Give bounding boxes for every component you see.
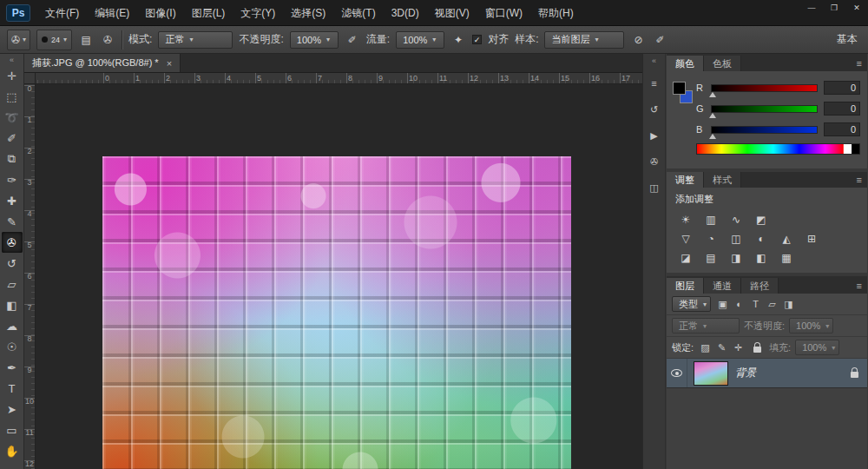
adjustment-invert[interactable]: ◪ [675,250,696,266]
layer-thumbnail[interactable] [694,361,728,386]
adjustment-brightness-contrast[interactable]: ☀ [675,212,696,228]
tool-crop[interactable]: ⧉ [2,149,23,169]
menu-item[interactable]: 编辑(E) [87,0,137,26]
layer-filter-filter-type[interactable]: T [748,297,763,311]
document-tab[interactable]: 捕获.JPG @ 100%(RGB/8#) * × [24,54,181,72]
tool-path-selection[interactable]: ➤ [2,399,23,419]
tool-history-brush[interactable]: ↺ [2,253,23,274]
channel-value[interactable]: 0 [824,122,860,136]
panel-icon-info-panel[interactable]: ◫ [646,180,663,195]
tool-brush[interactable]: ✎ [2,211,23,232]
pressure-size-icon[interactable]: ✐ [652,31,667,49]
channel-value[interactable]: 0 [824,102,860,116]
lock-lock-position[interactable]: ✛ [731,340,746,354]
panel-icon-actions-panel[interactable]: ▶ [646,128,663,143]
color-spectrum-ramp[interactable] [696,143,860,155]
tool-rect-marquee[interactable]: ⬚ [2,86,23,107]
tool-eraser[interactable]: ▱ [2,274,23,294]
adjustment-black-white[interactable]: ◐ [751,231,772,247]
panel-tab-styles[interactable]: 样式 [704,172,741,188]
opacity-dropdown[interactable]: 100% [290,31,339,49]
adjustment-posterize[interactable]: ▤ [700,250,721,266]
workspace-switcher[interactable]: 基本 [837,32,861,47]
collapse-toolbar-icon[interactable]: « [10,55,14,65]
tool-preset-picker[interactable]: ✇ [7,30,30,50]
tool-blur[interactable]: ☁ [2,315,23,336]
adjustment-channel-mixer[interactable]: ⊞ [801,231,822,247]
toggle-clone-source-panel-icon[interactable]: ✇ [100,31,115,49]
tool-eyedropper[interactable]: ✑ [2,169,23,190]
panel-icon-history-panel[interactable]: ↺ [646,102,663,117]
panel-tab-layers[interactable]: 图层 [667,278,704,294]
menu-item[interactable]: 图层(L) [184,0,233,26]
panel-tab-color[interactable]: 颜色 [667,56,704,71]
menu-item[interactable]: 帮助(H) [530,0,582,26]
adjustment-selective-color[interactable]: ▦ [776,250,797,266]
ignore-adjustment-layers-icon[interactable]: ⊘ [630,31,646,49]
menu-item[interactable]: 视图(V) [427,0,477,26]
document-image[interactable] [102,156,571,469]
lock-all-icon[interactable] [750,340,765,354]
close-tab-icon[interactable]: × [167,58,172,69]
tool-dodge[interactable]: ☉ [2,336,23,357]
flow-dropdown[interactable]: 100% [396,31,444,49]
menu-item[interactable]: 滤镜(T) [333,0,383,26]
slider-handle-icon[interactable] [709,92,716,97]
tool-rectangle[interactable]: ▭ [2,419,23,440]
adjustment-color-balance[interactable]: ◫ [726,231,746,247]
window-button-close[interactable]: ✕ [845,0,868,15]
menu-item[interactable]: 窗口(W) [477,0,530,26]
layer-opacity-dropdown[interactable]: 100% [789,318,833,334]
tool-clone-stamp[interactable]: ✇ [2,232,23,253]
panel-tab-adjustments[interactable]: 调整 [667,172,704,188]
adjustment-gradient-map[interactable]: ◧ [751,250,772,266]
lock-lock-pixels[interactable]: ✎ [714,340,729,354]
layer-filter-filter-shape[interactable]: ▱ [765,297,779,311]
adjustment-curves[interactable]: ∿ [726,212,746,228]
layer-filter-filter-adjustment[interactable]: ◐ [732,297,746,311]
panel-menu-icon[interactable]: ≡ [857,58,867,71]
visibility-toggle[interactable] [667,359,687,387]
panel-tab-channels[interactable]: 通道 [704,278,741,294]
panel-tab-swatches[interactable]: 色板 [704,56,741,71]
brush-preset-picker[interactable]: 24 [36,30,72,50]
adjustment-threshold[interactable]: ◨ [726,250,746,266]
channel-slider[interactable] [711,126,818,134]
tool-type[interactable]: T [2,378,23,399]
channel-value[interactable]: 0 [824,81,860,95]
channel-slider[interactable] [711,84,818,92]
menu-item[interactable]: 3D(D) [384,0,427,26]
adjustment-vibrance[interactable]: ▽ [675,231,696,247]
layer-filter-dropdown[interactable]: 类型 [672,296,711,312]
collapse-dock-icon[interactable]: « [652,56,656,65]
menu-item[interactable]: 图像(I) [137,0,183,26]
pressure-opacity-icon[interactable]: ✐ [345,31,360,49]
align-checkbox[interactable]: ✓ [472,35,482,44]
adjustment-photo-filter[interactable]: ◭ [776,231,797,247]
panel-menu-icon[interactable]: ≡ [857,281,867,294]
adjustment-exposure[interactable]: ◩ [751,212,772,228]
window-button-maximize[interactable]: ❐ [823,0,845,15]
blend-mode-dropdown[interactable]: 正常 [672,318,740,334]
layer-row[interactable]: 背景 [667,359,867,388]
panel-icon-properties-panel[interactable]: ≡ [646,76,663,91]
fill-dropdown[interactable]: 100% [795,340,839,355]
mode-dropdown[interactable]: 正常 [158,31,233,49]
panel-icon-clone-source-panel[interactable]: ✇ [646,154,663,169]
tool-hand[interactable]: ✋ [2,440,23,461]
adjustment-levels[interactable]: ▥ [700,212,721,228]
channel-slider[interactable] [711,105,818,113]
menu-item[interactable]: 文字(Y) [233,0,283,26]
tool-pen[interactable]: ✒ [2,357,23,378]
tool-move[interactable]: ✛ [2,65,23,86]
toggle-brush-panel-icon[interactable]: ▤ [78,31,94,49]
panel-tab-paths[interactable]: 路径 [741,278,779,294]
tool-gradient[interactable]: ◧ [2,294,23,315]
panel-menu-icon[interactable]: ≡ [857,175,867,188]
foreground-color-swatch[interactable] [673,82,686,95]
tool-quick-selection[interactable]: ✐ [2,128,23,149]
airbrush-icon[interactable]: ✦ [450,31,466,49]
window-button-minimize[interactable]: — [800,0,823,15]
layer-filter-filter-smart[interactable]: ◨ [781,297,796,311]
sample-dropdown[interactable]: 当前图层 [544,31,624,49]
